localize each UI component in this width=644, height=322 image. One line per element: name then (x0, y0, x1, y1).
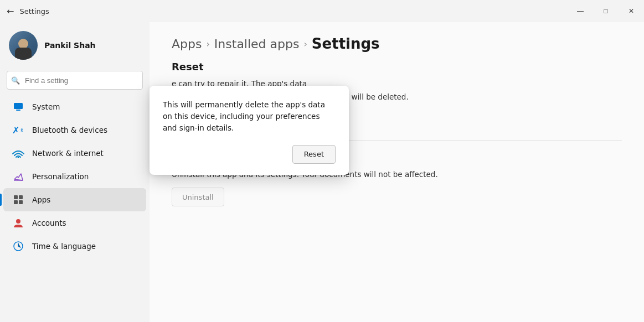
dialog-actions: Reset (163, 145, 336, 164)
reset-confirm-dialog: This will permanently delete the app's d… (150, 86, 349, 175)
dialog-reset-button[interactable]: Reset (292, 145, 336, 164)
dialog-overlay: This will permanently delete the app's d… (0, 0, 644, 322)
dialog-message: This will permanently delete the app's d… (163, 99, 336, 134)
